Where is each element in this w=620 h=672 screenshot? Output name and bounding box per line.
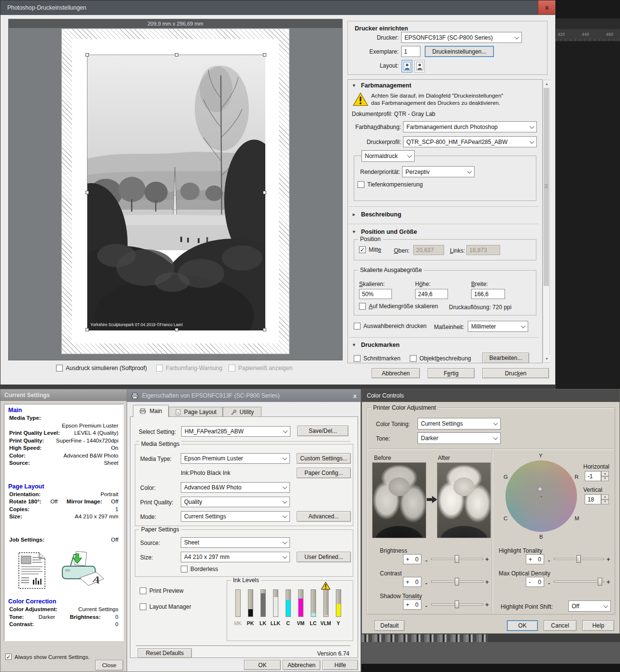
shadow-tonality-value-box[interactable]: +0 bbox=[403, 600, 421, 610]
titlebar[interactable]: Eigenschaften von EPSONFC913F (SC-P800 S… bbox=[127, 389, 360, 402]
resize-handle[interactable] bbox=[175, 328, 178, 331]
expand-triangle-icon[interactable]: ► bbox=[352, 212, 356, 217]
layout-portrait-button[interactable] bbox=[402, 60, 412, 72]
help-button[interactable]: Hilfe bbox=[322, 660, 358, 670]
user-defined-button[interactable]: User Defined... bbox=[297, 552, 351, 562]
scroll-up-icon[interactable]: ▲ bbox=[543, 80, 550, 87]
slider-thumb[interactable] bbox=[455, 578, 459, 586]
horizontal-stepper[interactable]: ▲▼ bbox=[601, 471, 609, 481]
printer-select[interactable]: EPSONFC913F (SC-P800 Series) bbox=[401, 32, 522, 43]
checkbox-box[interactable] bbox=[359, 246, 366, 253]
checkbox-box[interactable] bbox=[140, 587, 146, 594]
edit-marks-button[interactable]: Bearbeiten... bbox=[482, 353, 529, 363]
resize-handle[interactable] bbox=[86, 53, 89, 57]
layout-portrait2-button[interactable] bbox=[414, 60, 425, 72]
checkbox-object-description[interactable]: Objektbeschreibung bbox=[410, 355, 471, 362]
checkbox-box[interactable] bbox=[56, 365, 63, 372]
checkbox-always-show-current-settings[interactable]: Always show Current Settings. bbox=[5, 654, 90, 660]
checkbox-print-selected-area[interactable]: Auswahlbereich drucken bbox=[354, 323, 427, 329]
checkbox-print-preview[interactable]: Print Preview bbox=[140, 587, 184, 594]
close-icon[interactable]: x bbox=[353, 392, 357, 400]
resize-handle[interactable] bbox=[86, 191, 89, 194]
checkbox-box[interactable] bbox=[5, 654, 12, 660]
checkbox-scale-to-media[interactable]: Auf Mediengröße skalieren bbox=[359, 303, 438, 310]
checkbox-box[interactable] bbox=[156, 365, 163, 372]
rendering-intent-select[interactable]: Perzeptiv bbox=[402, 166, 475, 177]
highlight-point-shift-select[interactable]: Off bbox=[568, 601, 611, 612]
close-panel-button[interactable]: Close bbox=[95, 660, 123, 671]
scroll-down-icon[interactable]: ▼ bbox=[543, 355, 550, 362]
section-description[interactable]: ► Beschreibung bbox=[352, 211, 401, 218]
help-button[interactable]: Help bbox=[582, 620, 614, 631]
checkbox-box[interactable] bbox=[358, 181, 364, 188]
scrollbar-thumb[interactable] bbox=[544, 88, 549, 286]
close-button[interactable]: x bbox=[538, 0, 555, 14]
height-input[interactable]: 249,6 bbox=[415, 289, 448, 299]
checkbox-black-point-compensation[interactable]: Tiefenkompensierung bbox=[358, 181, 423, 188]
scale-input[interactable]: 50% bbox=[359, 289, 392, 299]
slider-thumb[interactable] bbox=[455, 601, 459, 608]
step-up-icon[interactable]: ▲ bbox=[601, 494, 609, 500]
default-button[interactable]: Default bbox=[375, 620, 404, 631]
checkbox-box[interactable] bbox=[354, 355, 360, 362]
vertical-input[interactable]: 18 bbox=[585, 494, 601, 504]
copies-input[interactable]: 1 bbox=[401, 46, 420, 57]
contrast-value-box[interactable]: +0 bbox=[403, 577, 421, 587]
color-handling-select[interactable]: Farbmanagement durch Photoshop bbox=[403, 121, 537, 132]
wheel-cursor[interactable]: + bbox=[538, 485, 542, 493]
checkbox-corner-crop-marks[interactable]: Schnittmarken bbox=[354, 355, 401, 362]
top-input[interactable]: 20,637 bbox=[413, 245, 444, 255]
checkbox-paper-white[interactable]: Papierweiß anzeigen bbox=[229, 365, 292, 372]
settings-scrollbar[interactable]: ▲ ▼ bbox=[543, 80, 550, 363]
shadow-tonality-slider[interactable] bbox=[431, 603, 483, 605]
slider-thumb[interactable] bbox=[598, 578, 602, 586]
cancel-button[interactable]: Abbrechen bbox=[283, 660, 320, 670]
select-setting-select[interactable]: HM_FAPearl285_ABW bbox=[181, 426, 290, 437]
reset-defaults-button[interactable]: Reset Defaults bbox=[138, 648, 192, 658]
resize-handle[interactable] bbox=[263, 328, 266, 331]
brightness-slider[interactable] bbox=[431, 558, 483, 560]
print-quality-select[interactable]: Quality bbox=[181, 497, 290, 507]
source-select[interactable]: Sheet bbox=[181, 537, 290, 548]
tab-main[interactable]: Main bbox=[133, 405, 169, 417]
paper-config-button[interactable]: Paper Config... bbox=[297, 468, 351, 478]
resize-handle[interactable] bbox=[263, 191, 266, 194]
print-image[interactable]: Yorkshire Sculpturepark 07.04.2019 ©Fran… bbox=[87, 55, 265, 330]
media-type-select[interactable]: Epson Premium Luster bbox=[181, 453, 290, 464]
collapse-triangle-icon[interactable]: ▼ bbox=[352, 83, 356, 88]
contrast-slider[interactable] bbox=[431, 581, 483, 583]
checkbox-box[interactable] bbox=[410, 355, 417, 362]
units-select[interactable]: Millimeter bbox=[468, 321, 528, 332]
done-button[interactable]: Fertig bbox=[428, 368, 475, 378]
ok-button[interactable]: OK bbox=[244, 660, 281, 670]
width-input[interactable]: 166,6 bbox=[471, 289, 505, 299]
checkbox-layout-manager[interactable]: Layout Manager bbox=[140, 603, 191, 610]
checkbox-box[interactable] bbox=[140, 603, 146, 610]
resize-handle[interactable] bbox=[86, 328, 89, 331]
save-delete-button[interactable]: Save/Del... bbox=[297, 426, 348, 436]
max-optical-density-slider[interactable] bbox=[554, 581, 604, 583]
print-mode-select[interactable]: Normaldruck bbox=[361, 150, 415, 162]
checkbox-borderless[interactable]: Borderless bbox=[181, 566, 218, 572]
checkbox-center[interactable]: Mitte bbox=[359, 246, 381, 253]
checkbox-gamut-warning[interactable]: Farbumfang-Warnung bbox=[156, 365, 222, 372]
highlight-tonality-slider[interactable] bbox=[554, 558, 604, 560]
slider-thumb[interactable] bbox=[455, 555, 459, 563]
vertical-stepper[interactable]: ▲▼ bbox=[601, 494, 609, 504]
left-input[interactable]: 18,873 bbox=[466, 245, 500, 255]
collapse-triangle-icon[interactable]: ▼ bbox=[352, 229, 356, 234]
print-button[interactable]: Drucken bbox=[482, 368, 549, 378]
step-down-icon[interactable]: ▼ bbox=[601, 500, 609, 505]
advanced-button[interactable]: Advanced... bbox=[297, 511, 351, 522]
cancel-button[interactable]: Cancel bbox=[544, 620, 577, 631]
titlebar[interactable]: Current Settings bbox=[0, 389, 127, 401]
tab-page-layout[interactable]: 1 Page Layout bbox=[169, 407, 223, 417]
section-print-marks[interactable]: ▼ Druckmarken bbox=[352, 342, 400, 348]
tab-utility[interactable]: Utility bbox=[223, 407, 261, 417]
color-toning-select[interactable]: Current Settings bbox=[418, 418, 501, 429]
resize-handle[interactable] bbox=[175, 53, 178, 57]
titlebar[interactable]: Photoshop-Druckeinstellungen bbox=[0, 0, 555, 15]
checkbox-box[interactable] bbox=[229, 365, 235, 372]
checkbox-box[interactable] bbox=[359, 303, 366, 310]
step-down-icon[interactable]: ▼ bbox=[601, 476, 609, 482]
